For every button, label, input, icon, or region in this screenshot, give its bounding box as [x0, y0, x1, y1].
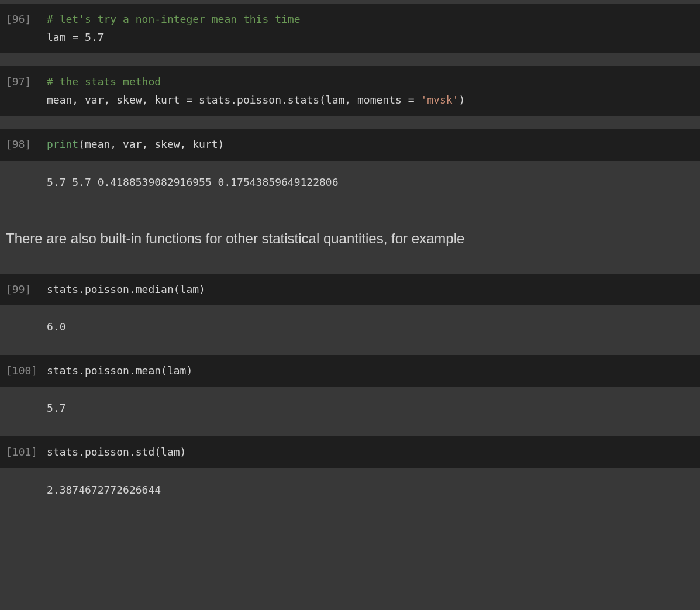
- cell-prompt-97: [97]: [5, 73, 47, 109]
- code-content-97[interactable]: # the stats method mean, var, skew, kurt…: [47, 73, 695, 109]
- output-101: 2.3874672772626644: [0, 468, 700, 512]
- code-mean: stats.poisson.mean(lam): [47, 364, 192, 377]
- code-cell-96[interactable]: [96] # let's try a non-integer mean this…: [0, 2, 700, 53]
- number-5.7: 5.7: [85, 31, 104, 43]
- cell-prompt-99: [99]: [5, 281, 47, 299]
- cell-prompt-98: [98]: [5, 136, 47, 154]
- close-paren: ): [458, 94, 465, 106]
- cell-spacer: [0, 53, 700, 65]
- comment: # let's try a non-integer mean this time: [47, 13, 300, 25]
- code-std: stats.poisson.std(lam): [47, 446, 186, 458]
- cell-prompt-100: [100]: [5, 362, 47, 380]
- code-median: stats.poisson.median(lam): [47, 283, 205, 295]
- output-100: 5.7: [0, 387, 700, 430]
- code-line: mean, var, skew, kurt = stats.poisson.st…: [47, 94, 420, 106]
- code-content-99[interactable]: stats.poisson.median(lam): [47, 281, 695, 299]
- comment: # the stats method: [47, 75, 161, 88]
- cell-spacer: [0, 349, 700, 354]
- print-args: (mean, var, skew, kurt): [78, 138, 224, 150]
- cell-spacer: [0, 430, 700, 435]
- cell-prompt-96: [96]: [5, 11, 47, 46]
- code-cell-100[interactable]: [100] stats.poisson.mean(lam) 5.7: [0, 354, 700, 430]
- operator-eq: =: [66, 31, 85, 43]
- builtin-print: print: [47, 138, 78, 150]
- code-cell-97[interactable]: [97] # the stats method mean, var, skew,…: [0, 65, 700, 116]
- code-cell-98[interactable]: [98] print(mean, var, skew, kurt) 5.7 5.…: [0, 127, 700, 204]
- code-content-98[interactable]: print(mean, var, skew, kurt): [47, 136, 695, 154]
- code-content-101[interactable]: stats.poisson.std(lam): [47, 443, 695, 461]
- string-mvsk: 'mvsk': [420, 94, 458, 106]
- cell-spacer: [0, 116, 700, 127]
- code-cell-99[interactable]: [99] stats.poisson.median(lam) 6.0: [0, 273, 700, 349]
- code-content-100[interactable]: stats.poisson.mean(lam): [47, 362, 695, 380]
- variable-lam: lam: [47, 31, 66, 43]
- markdown-cell[interactable]: There are also built-in functions for ot…: [0, 205, 700, 273]
- cell-prompt-101: [101]: [5, 443, 47, 461]
- output-99: 6.0: [0, 305, 700, 349]
- code-cell-101[interactable]: [101] stats.poisson.std(lam) 2.387467277…: [0, 435, 700, 512]
- code-content-96[interactable]: # let's try a non-integer mean this time…: [47, 11, 695, 46]
- output-98: 5.7 5.7 0.4188539082916955 0.17543859649…: [0, 161, 700, 205]
